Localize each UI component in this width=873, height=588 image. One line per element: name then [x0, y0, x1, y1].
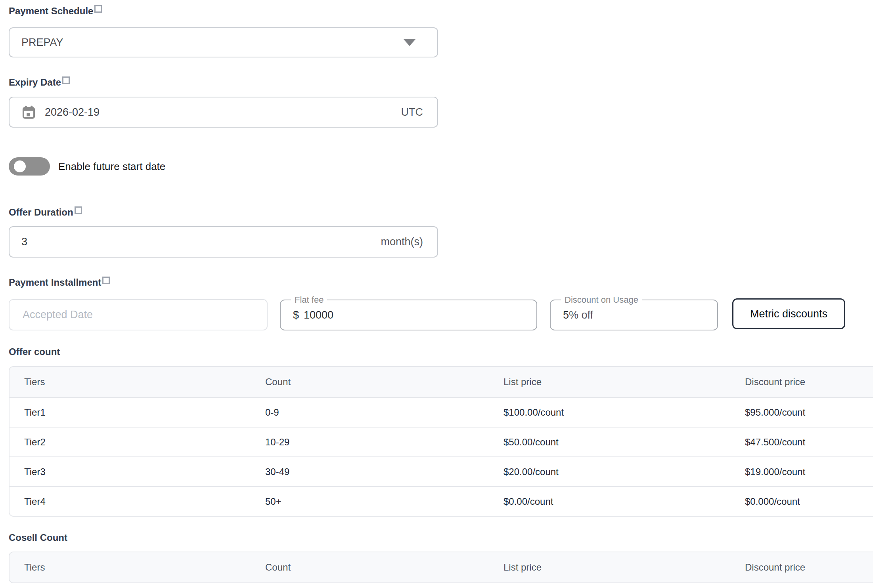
- col-count: Count: [251, 552, 489, 582]
- count-cell: 50+: [251, 486, 489, 516]
- expiry-date-label-text: Expiry Date: [9, 77, 61, 88]
- offer-duration-input[interactable]: 3 month(s): [9, 226, 438, 258]
- checkbox-outline-icon: [75, 206, 82, 214]
- offer-form: Payment Schedule PREPAY Expiry Date 2026…: [0, 0, 873, 583]
- list-price-cell: $100.00/count: [489, 397, 730, 427]
- tier-cell: Tier4: [10, 486, 251, 516]
- col-count: Count: [251, 367, 489, 397]
- payment-installment-label-text: Payment Installment: [9, 277, 101, 288]
- list-price-cell: $0.00/count: [489, 486, 730, 516]
- future-start-label: Enable future start date: [58, 160, 165, 173]
- accepted-date-placeholder: Accepted Date: [23, 309, 93, 321]
- discount-on-usage-legend: Discount on Usage: [561, 295, 642, 305]
- discount-price-cell: $0.000/count: [730, 486, 873, 516]
- tier-cell: Tier3: [10, 456, 251, 486]
- offer-duration-label-text: Offer Duration: [9, 207, 73, 218]
- tier-cell: Tier1: [10, 397, 251, 427]
- table-row: Tier3 30-49 $20.00/count $19.000/count: [10, 456, 873, 486]
- payment-schedule-label: Payment Schedule: [9, 6, 873, 17]
- metric-discounts-button[interactable]: Metric discounts: [732, 298, 845, 329]
- list-price-cell: $50.00/count: [489, 427, 730, 456]
- count-cell: 10-29: [251, 427, 489, 456]
- payment-schedule-value: PREPAY: [21, 36, 63, 49]
- offer-duration-value: 3: [21, 236, 27, 248]
- expiry-date-input[interactable]: 2026-02-19 UTC: [9, 97, 438, 128]
- discount-price-cell: $95.000/count: [730, 397, 873, 427]
- future-start-toggle[interactable]: [9, 157, 50, 176]
- cosell-count-title: Cosell Count: [9, 532, 873, 543]
- count-cell: 30-49: [251, 456, 489, 486]
- future-start-row: Enable future start date: [9, 157, 873, 176]
- accepted-date-input[interactable]: Accepted Date: [9, 299, 268, 330]
- col-discount-price: Discount price: [730, 367, 873, 397]
- caret-down-icon: [403, 39, 416, 46]
- table-header-row: Tiers Count List price Discount price: [10, 367, 873, 397]
- table-header-row: Tiers Count List price Discount price: [10, 552, 873, 582]
- flat-fee-legend: Flat fee: [291, 295, 327, 305]
- table-row: Tier2 10-29 $50.00/count $47.500/count: [10, 427, 873, 456]
- offer-count-title: Offer count: [9, 346, 873, 357]
- discount-price-cell: $47.500/count: [730, 427, 873, 456]
- cosell-count-table: Tiers Count List price Discount price: [9, 552, 873, 583]
- checkbox-outline-icon: [94, 5, 102, 13]
- col-discount-price: Discount price: [730, 552, 873, 582]
- col-tiers: Tiers: [10, 367, 251, 397]
- payment-installment-label: Payment Installment: [9, 277, 873, 288]
- flat-fee-value: 10000: [304, 309, 333, 321]
- col-list-price: List price: [489, 367, 730, 397]
- offer-duration-label: Offer Duration: [9, 207, 873, 218]
- percent-off-label: % off: [569, 309, 593, 321]
- offer-count-table: Tiers Count List price Discount price Ti…: [9, 366, 873, 517]
- currency-prefix: $: [293, 309, 299, 321]
- flat-fee-field[interactable]: Flat fee $ 10000: [280, 300, 537, 330]
- tier-cell: Tier2: [10, 427, 251, 456]
- table-row: Tier1 0-9 $100.00/count $95.000/count: [10, 397, 873, 427]
- timezone-label: UTC: [401, 106, 423, 118]
- toggle-knob: [14, 160, 26, 172]
- expiry-date-label: Expiry Date: [9, 77, 873, 88]
- checkbox-outline-icon: [102, 277, 110, 284]
- payment-schedule-select[interactable]: PREPAY: [9, 27, 438, 57]
- col-tiers: Tiers: [10, 552, 251, 582]
- checkbox-outline-icon: [62, 76, 70, 84]
- payment-schedule-label-text: Payment Schedule: [9, 6, 93, 17]
- count-cell: 0-9: [251, 397, 489, 427]
- payment-installment-row: Accepted Date Flat fee $ 10000 Discount …: [9, 298, 873, 330]
- discount-on-usage-value: 5: [563, 309, 569, 321]
- list-price-cell: $20.00/count: [489, 456, 730, 486]
- duration-unit-label: month(s): [381, 236, 423, 248]
- calendar-icon: [21, 105, 36, 120]
- discount-on-usage-field[interactable]: Discount on Usage 5 % off: [550, 300, 718, 330]
- table-row: Tier4 50+ $0.00/count $0.000/count: [10, 486, 873, 516]
- col-list-price: List price: [489, 552, 730, 582]
- expiry-date-value: 2026-02-19: [45, 106, 100, 118]
- discount-price-cell: $19.000/count: [730, 456, 873, 486]
